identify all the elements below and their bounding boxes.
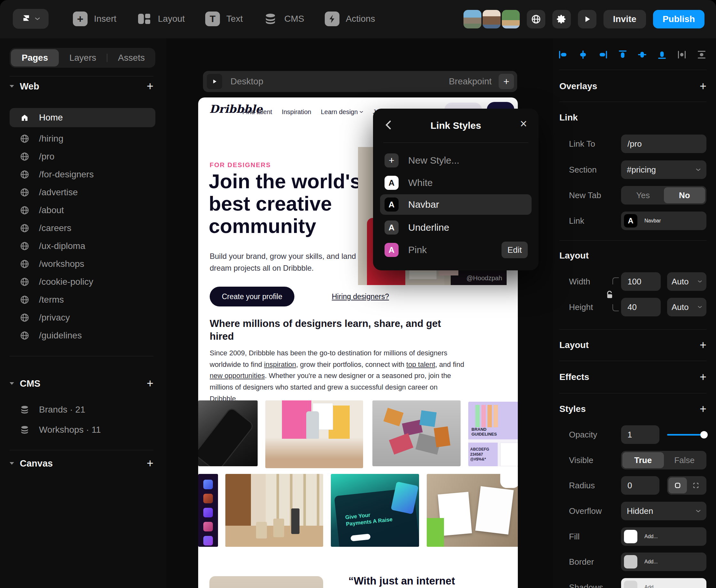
preview-button[interactable] (578, 10, 596, 28)
link-style-label: Link (569, 212, 584, 230)
height-input[interactable]: 40 (621, 298, 661, 316)
tab-layers[interactable]: Layers (59, 53, 107, 63)
cms-section-title: CMS (20, 378, 40, 389)
visible-true[interactable]: True (622, 452, 664, 468)
top-talent-link[interactable]: top talent (406, 360, 435, 369)
section-dropdown[interactable]: #pricing (621, 161, 707, 179)
breakpoint-bar[interactable]: Desktop Breakpoint + (203, 71, 517, 92)
radius-per-corner-button[interactable] (687, 478, 706, 493)
create-profile-button[interactable]: Create your profile (210, 287, 294, 307)
collapse-caret-icon[interactable] (9, 382, 14, 385)
new-style-item[interactable]: + New Style... (380, 150, 531, 171)
sidebar-page[interactable]: /about (9, 201, 155, 219)
sidebar-page[interactable]: /hiring (9, 130, 155, 148)
width-mode-dropdown[interactable]: Auto (667, 272, 707, 291)
align-left-icon[interactable] (558, 49, 569, 60)
collapse-caret-icon[interactable] (9, 462, 14, 465)
hero-title-line: community (209, 215, 361, 237)
chevron-down-icon (696, 168, 701, 171)
align-top-icon[interactable] (617, 49, 628, 60)
align-right-icon[interactable] (597, 49, 608, 60)
toolbar-text[interactable]: T Text (205, 12, 243, 26)
width-value: 100 (628, 277, 641, 287)
sidebar-page[interactable]: /privacy (9, 309, 155, 327)
preview-breakpoint-button[interactable] (207, 74, 222, 89)
nav-learn-design[interactable]: Learn design (321, 108, 363, 116)
avatar[interactable] (463, 10, 481, 28)
distribute-vertical-icon[interactable] (696, 49, 707, 60)
site-globe-button[interactable] (527, 10, 545, 28)
sidebar-page[interactable]: /terms (9, 291, 155, 309)
sidebar-page[interactable]: /cookie-policy (9, 273, 155, 291)
visible-false[interactable]: False (664, 452, 706, 468)
distribute-horizontal-icon[interactable] (676, 49, 687, 60)
cms-collection-brands[interactable]: Brands · 21 (9, 401, 155, 419)
sidebar-page[interactable]: /advertise (9, 184, 155, 201)
add-page-button[interactable]: + (147, 80, 153, 93)
close-icon[interactable]: × (520, 118, 527, 130)
new-tab-yes[interactable]: Yes (622, 187, 664, 203)
style-item-navbar[interactable]: A Navbar (380, 194, 531, 215)
hiring-designers-link[interactable]: Hiring designers? (332, 292, 389, 301)
border-add-button[interactable]: Add... (621, 552, 707, 571)
unlock-aspect-icon[interactable] (606, 291, 614, 299)
fill-add-button[interactable]: Add... (621, 527, 707, 546)
add-breakpoint-button[interactable]: + (499, 74, 514, 89)
settings-button[interactable] (552, 10, 571, 28)
tab-assets[interactable]: Assets (107, 53, 155, 63)
nav-find-talent[interactable]: Find talent (242, 108, 272, 116)
add-overlay-button[interactable]: + (700, 80, 707, 93)
height-mode-dropdown[interactable]: Auto (667, 298, 707, 316)
toolbar-insert[interactable]: + Insert (73, 12, 117, 26)
tab-pages[interactable]: Pages (11, 49, 59, 66)
dimension-bracket (612, 277, 619, 285)
avatar[interactable] (502, 10, 520, 28)
add-style-button[interactable]: + (700, 402, 707, 416)
add-collection-button[interactable]: + (147, 377, 153, 390)
link-styles-popup: Link Styles × + New Style... A White A N… (373, 109, 539, 270)
collapse-caret-icon[interactable] (9, 85, 14, 88)
sidebar-page[interactable]: /for-designers (9, 166, 155, 184)
layout-advanced-title: Layout (560, 340, 589, 350)
align-center-horizontal-icon[interactable] (577, 49, 588, 60)
edit-style-button[interactable]: Edit (502, 241, 528, 258)
sidebar-page[interactable]: /careers (9, 219, 155, 237)
nav-inspiration[interactable]: Inspiration (281, 108, 311, 116)
publish-button[interactable]: Publish (653, 10, 704, 28)
sidebar-page[interactable]: /workshops (9, 255, 155, 273)
align-middle-vertical-icon[interactable] (637, 49, 648, 60)
cms-collection-workshops[interactable]: Workshops · 11 (9, 421, 155, 439)
style-item-white[interactable]: A White (380, 172, 531, 193)
sidebar-page-home[interactable]: Home (9, 108, 155, 127)
shadows-add-button[interactable]: Add... (621, 578, 707, 588)
divider (560, 393, 707, 393)
new-opportunities-link[interactable]: new opportunities (210, 372, 265, 380)
opacity-slider[interactable] (667, 425, 707, 444)
inspiration-link[interactable]: inspiration (264, 360, 296, 369)
opacity-knob[interactable] (700, 431, 708, 438)
sidebar-page[interactable]: /ux-diploma (9, 237, 155, 255)
new-tab-no[interactable]: No (664, 187, 706, 203)
style-item-underline[interactable]: A Underline (380, 217, 531, 238)
add-layout-button[interactable]: + (700, 338, 707, 352)
width-input[interactable]: 100 (621, 272, 661, 291)
opacity-input[interactable]: 1 (621, 425, 659, 444)
toolbar-cms[interactable]: CMS (263, 12, 304, 26)
add-effect-button[interactable]: + (700, 370, 707, 384)
add-canvas-button[interactable]: + (147, 457, 153, 470)
style-item-pink[interactable]: A Pink Edit (380, 240, 531, 260)
link-style-input[interactable]: A Navbar (621, 212, 707, 230)
framer-menu-button[interactable] (13, 9, 48, 29)
toolbar-layout[interactable]: Layout (137, 12, 185, 26)
toolbar-actions[interactable]: Actions (325, 12, 375, 26)
avatar[interactable] (483, 10, 501, 28)
sidebar-page[interactable]: /pro (9, 148, 155, 166)
link-to-input[interactable]: /pro (621, 134, 707, 153)
paragraph-text: , and find (435, 360, 464, 369)
sidebar-page[interactable]: /guidelines (9, 327, 155, 344)
radius-uniform-button[interactable] (668, 478, 687, 493)
radius-input[interactable]: 0 (621, 476, 659, 495)
invite-button[interactable]: Invite (604, 10, 646, 28)
align-bottom-icon[interactable] (656, 49, 668, 60)
overflow-dropdown[interactable]: Hidden (621, 502, 707, 520)
